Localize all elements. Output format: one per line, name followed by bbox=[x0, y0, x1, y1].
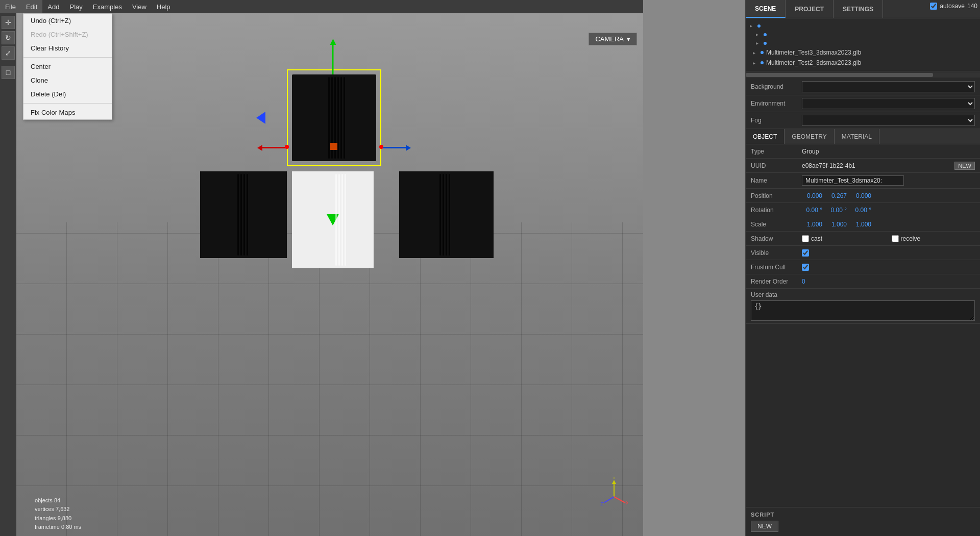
userdata-input[interactable]: {} bbox=[751, 300, 975, 321]
environment-label: Environment bbox=[751, 100, 802, 107]
menu-help[interactable]: Help bbox=[152, 0, 176, 13]
position-z[interactable]: 0.000 bbox=[851, 192, 871, 199]
frustum-checkbox[interactable] bbox=[802, 264, 809, 271]
environment-select[interactable] bbox=[802, 98, 975, 109]
selected-object[interactable] bbox=[287, 69, 381, 166]
menu-clear-history[interactable]: Clear History bbox=[23, 41, 112, 55]
menu-add[interactable]: Add bbox=[42, 0, 64, 13]
scale-row: Scale 1.000 1.000 1.000 bbox=[746, 217, 980, 232]
visible-checkbox[interactable] bbox=[802, 249, 809, 257]
tree-expand: ▸ bbox=[750, 23, 755, 29]
toolbar-move[interactable]: ✛ bbox=[2, 16, 15, 29]
coil-line bbox=[443, 174, 444, 256]
object-right[interactable] bbox=[399, 171, 494, 258]
tree-expand: ▸ bbox=[753, 60, 758, 66]
rotation-row: Rotation 0.00 ° 0.00 ° 0.00 ° bbox=[746, 203, 980, 217]
tab-settings[interactable]: SETTINGS bbox=[834, 0, 883, 18]
menu-clone[interactable]: Clone bbox=[23, 73, 112, 87]
menu-center[interactable]: Center bbox=[23, 60, 112, 73]
coil-line bbox=[344, 77, 345, 159]
menu-view[interactable]: View bbox=[127, 0, 152, 13]
coil-line bbox=[240, 174, 242, 256]
axis-indicator: Y X Z bbox=[600, 477, 628, 505]
type-label: Type bbox=[751, 148, 802, 155]
tab-geometry[interactable]: GEOMETRY bbox=[785, 129, 834, 144]
menu-redo[interactable]: Redo (Ctrl+Shift+Z) bbox=[23, 28, 112, 41]
menu-delete[interactable]: Delete (Del) bbox=[23, 87, 112, 101]
scale-inputs: 1.000 1.000 1.000 bbox=[802, 221, 975, 228]
autosave-label: autosave bbox=[940, 3, 965, 10]
svg-text:X: X bbox=[626, 500, 628, 505]
tab-scene[interactable]: SCENE bbox=[746, 0, 786, 18]
toolbar-select[interactable]: □ bbox=[2, 66, 15, 79]
tab-project[interactable]: PROJECT bbox=[786, 0, 834, 18]
script-title: SCRIPT bbox=[751, 512, 975, 518]
menu-file[interactable]: File bbox=[0, 0, 21, 13]
coil-line bbox=[449, 174, 450, 256]
name-row: Name bbox=[746, 173, 980, 189]
fog-select[interactable] bbox=[802, 115, 975, 126]
autosave-checkbox[interactable] bbox=[930, 3, 937, 10]
toolbar-rotate[interactable]: ↻ bbox=[2, 31, 15, 44]
name-input[interactable] bbox=[802, 175, 904, 186]
environment-row: Environment bbox=[746, 95, 980, 112]
rotation-z[interactable]: 0.00 ° bbox=[851, 207, 871, 214]
object-left[interactable] bbox=[200, 171, 287, 258]
left-toolbar: ✛ ↻ ⤢ □ bbox=[0, 13, 16, 536]
autosave-value: 140 bbox=[967, 3, 977, 10]
type-row: Type Group bbox=[746, 144, 980, 159]
tree-item-3[interactable]: ▸ bbox=[746, 39, 980, 47]
visible-label: Visible bbox=[751, 249, 802, 257]
menu-examples[interactable]: Examples bbox=[88, 0, 127, 13]
tab-object[interactable]: OBJECT bbox=[746, 129, 785, 144]
tab-material[interactable]: MATERIAL bbox=[835, 129, 879, 144]
rotation-label: Rotation bbox=[751, 207, 802, 214]
object-center[interactable] bbox=[292, 171, 374, 268]
svg-text:Y: Y bbox=[612, 477, 616, 480]
separator2 bbox=[23, 103, 112, 104]
shadow-receive-label: receive bbox=[901, 235, 975, 242]
svg-text:Z: Z bbox=[600, 501, 603, 505]
tree-item-4[interactable]: ▸ Multimeter_Test3_3dsmax2023.glb bbox=[746, 47, 980, 58]
props-area: Type Group UUID e08ae75f-1b22-4b1 NEW Na… bbox=[746, 144, 980, 507]
position-label: Position bbox=[751, 192, 802, 199]
gizmo-red-horizontal bbox=[261, 147, 287, 148]
position-y[interactable]: 0.267 bbox=[826, 192, 847, 199]
scroll-thumb[interactable] bbox=[746, 73, 933, 77]
menu-fix-color-maps[interactable]: Fix Color Maps bbox=[23, 106, 112, 119]
position-row: Position 0.000 0.267 0.000 bbox=[746, 189, 980, 203]
gizmo-dot-right bbox=[379, 145, 383, 149]
menu-play[interactable]: Play bbox=[65, 0, 88, 13]
tree-item-5[interactable]: ▸ Multimeter_Test2_3dsmax2023.glb bbox=[746, 58, 980, 68]
type-value: Group bbox=[802, 148, 975, 155]
rotation-x[interactable]: 0.00 ° bbox=[802, 207, 822, 214]
uuid-value: e08ae75f-1b22-4b1 bbox=[802, 162, 951, 169]
shadow-receive-checkbox[interactable] bbox=[892, 235, 899, 242]
menu-edit[interactable]: Edit bbox=[21, 0, 42, 13]
tree-dot bbox=[764, 42, 767, 45]
tree-dot bbox=[757, 24, 761, 28]
background-select[interactable] bbox=[802, 81, 975, 92]
scale-x[interactable]: 1.000 bbox=[802, 221, 822, 228]
toolbar-scale[interactable]: ⤢ bbox=[2, 46, 15, 60]
scale-z[interactable]: 1.000 bbox=[851, 221, 871, 228]
scene-scrollbar[interactable] bbox=[746, 72, 980, 78]
tree-item-2[interactable]: ▸ bbox=[746, 30, 980, 39]
coil-line bbox=[340, 77, 342, 159]
menu-undo[interactable]: Undo (Ctrl+Z) bbox=[23, 14, 112, 28]
status-frametime: frametime 0.80 ms bbox=[35, 523, 81, 532]
coil-lines-white bbox=[333, 171, 374, 268]
position-x[interactable]: 0.000 bbox=[802, 192, 822, 199]
scale-y[interactable]: 1.000 bbox=[826, 221, 847, 228]
coil-line bbox=[439, 174, 441, 256]
coil-line bbox=[337, 77, 339, 159]
uuid-new-badge[interactable]: NEW bbox=[954, 162, 975, 170]
shadow-cast-checkbox[interactable] bbox=[802, 235, 809, 242]
rotation-y[interactable]: 0.00 ° bbox=[826, 207, 847, 214]
script-new-button[interactable]: NEW bbox=[751, 521, 778, 532]
coil-lines bbox=[235, 171, 287, 258]
tree-item-1[interactable]: ▸ bbox=[746, 21, 980, 30]
uuid-label: UUID bbox=[751, 162, 802, 169]
gizmo-dot-left bbox=[285, 145, 289, 149]
render-order-value[interactable]: 0 bbox=[802, 278, 975, 285]
